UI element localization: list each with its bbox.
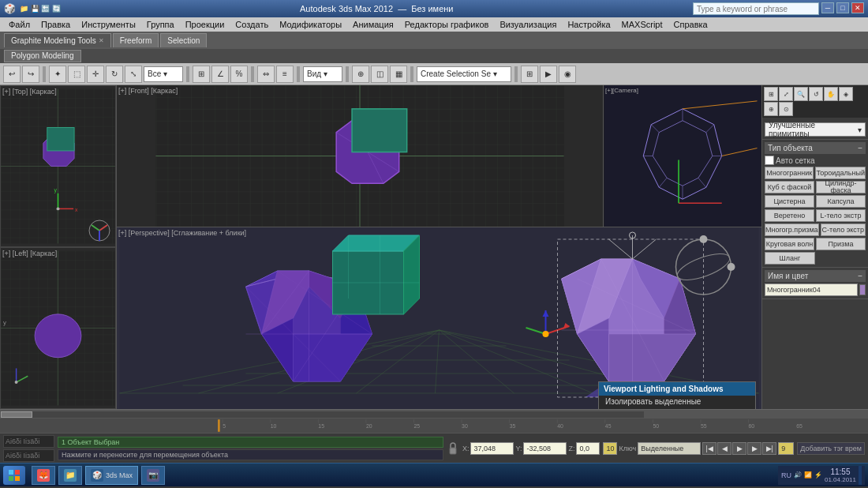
play-button[interactable]: ▶ <box>732 442 746 455</box>
x-coord-field[interactable]: 37,048 <box>470 442 514 455</box>
front-viewport[interactable]: [+] [Front] [Каркас] <box>117 85 604 227</box>
scroll-thumb[interactable] <box>1 411 32 418</box>
y-coord-field[interactable]: -32,508 <box>523 442 567 455</box>
align-button[interactable]: ≡ <box>276 66 294 83</box>
frame-display[interactable]: 10 <box>603 442 617 455</box>
minimize-button[interactable]: ─ <box>821 2 834 13</box>
vp-pan[interactable]: ✋ <box>824 87 838 101</box>
mirror-button[interactable]: ⇔ <box>257 66 275 83</box>
search-input[interactable] <box>693 2 819 15</box>
activeview-render[interactable]: ◉ <box>559 66 576 83</box>
close-button[interactable]: ✕ <box>851 2 864 13</box>
graphite-tab-freeform[interactable]: Freeform <box>113 33 159 47</box>
prev-frame-button[interactable]: ◀ <box>717 442 731 455</box>
auto-grid-checkbox[interactable] <box>765 156 774 165</box>
redo-button[interactable]: ↪ <box>22 66 39 83</box>
taskbar-firefox[interactable]: 🦊 <box>32 466 55 485</box>
btn-hose[interactable]: Шланг <box>765 252 815 265</box>
view-dropdown[interactable]: Вид ▾ <box>303 66 342 82</box>
perspective-viewport[interactable]: [+] [Perspective] [Сглаживание + блики] <box>117 227 761 409</box>
btn-oil-tank[interactable]: Цистерна <box>765 195 814 208</box>
menu-file[interactable]: Файл <box>4 19 35 30</box>
top-viewport[interactable]: [+] [Top] [Каркас] x <box>0 85 116 247</box>
menu-help[interactable]: Справка <box>669 19 713 30</box>
render-setup[interactable]: ⊞ <box>521 66 538 83</box>
btn-polyhedron[interactable]: Многогранник <box>765 167 814 179</box>
btn-empty-7 <box>817 252 866 265</box>
next-frame-button[interactable]: ▶ <box>747 442 761 455</box>
go-to-end-button[interactable]: ▶| <box>762 442 776 455</box>
graphite-tab-close[interactable]: ✕ <box>99 37 104 44</box>
scale-button[interactable]: ⤡ <box>125 66 142 83</box>
btn-toroidal[interactable]: Тороидальный <box>815 167 866 179</box>
taskbar-secondary[interactable]: 📷 <box>141 466 165 485</box>
btn-capsule[interactable]: Капсула <box>816 195 866 208</box>
btn-prism[interactable]: Призма <box>816 238 866 250</box>
menu-customize[interactable]: Настройка <box>563 19 615 30</box>
vp-orbit[interactable]: ↺ <box>809 87 823 101</box>
polygon-modeling-tab[interactable]: Polygon Modeling <box>4 50 81 62</box>
vp-point-of-view[interactable]: ⊙ <box>779 102 793 116</box>
left-viewport[interactable]: [+] [Left] [Каркас] y <box>0 247 116 409</box>
front-viewport-canvas <box>117 85 603 227</box>
vp-zoom[interactable]: 🔍 <box>794 87 808 101</box>
graphite-tab-main[interactable]: Graphite Modeling Tools ✕ <box>4 33 111 47</box>
menu-animation[interactable]: Анимация <box>348 19 398 30</box>
track-view[interactable]: ▦ <box>390 66 407 83</box>
render-button[interactable]: ▶ <box>540 66 557 83</box>
btn-spindle[interactable]: Веретено <box>765 209 814 222</box>
btn-chamferbox[interactable]: Куб с фаской <box>765 181 814 193</box>
percent-snap[interactable]: % <box>230 66 248 83</box>
menu-views[interactable]: Проекции <box>181 19 230 30</box>
menu-graph-editors[interactable]: Редакторы графиков <box>400 19 494 30</box>
menu-modifiers[interactable]: Модификаторы <box>275 19 346 30</box>
select-button[interactable]: ✦ <box>49 66 66 83</box>
move-button[interactable]: ✛ <box>87 66 104 83</box>
object-name-input[interactable] <box>765 283 858 296</box>
vp-fov[interactable]: ◈ <box>839 87 853 101</box>
vp-zoom-extent[interactable]: ⤢ <box>779 87 793 101</box>
vp-walk[interactable]: ⊕ <box>764 102 778 116</box>
btn-gengon[interactable]: Многогр.призма <box>765 223 819 236</box>
undo-button[interactable]: ↩ <box>3 66 21 83</box>
menu-rendering[interactable]: Визуализация <box>495 19 561 30</box>
cm-item-unfreeze-all[interactable]: Разблокировать все <box>599 407 755 409</box>
btn-ringwave[interactable]: Круговая волн <box>765 238 814 250</box>
display-floater[interactable]: ◫ <box>371 66 388 83</box>
name-color-header[interactable]: Имя и цвет − <box>765 270 866 282</box>
filter-dropdown[interactable]: Файл Все ▾ <box>144 66 183 82</box>
timeline-scrollbar[interactable] <box>0 409 868 419</box>
cm-item-isolate[interactable]: Изолировать выделенные <box>599 396 755 407</box>
vp-maximize[interactable]: ⊞ <box>764 87 778 101</box>
named-selection-dropdown[interactable]: Create Selection Se ▾ <box>417 66 511 82</box>
menu-edit[interactable]: Правка <box>36 19 75 30</box>
show-desktop-button[interactable] <box>859 466 862 485</box>
add-key-button[interactable]: Добавить тэг врем <box>797 442 865 455</box>
z-coord-field[interactable]: 0,0 <box>576 442 600 455</box>
maximize-button[interactable]: □ <box>836 2 849 13</box>
frame-number-input[interactable]: 9 <box>778 442 794 455</box>
lock-icon[interactable] <box>447 437 459 460</box>
taskbar-3dsmax[interactable]: 🎲 3ds Max <box>85 466 138 485</box>
go-to-start-button[interactable]: |◀ <box>702 442 716 455</box>
menu-group[interactable]: Группа <box>142 19 179 30</box>
graphite-tab-selection[interactable]: Selection <box>160 33 207 47</box>
btn-chamfercyl[interactable]: Цилиндр-фаска <box>816 181 866 193</box>
key-filter-field[interactable]: Выделенные <box>638 442 701 455</box>
rotate-button[interactable]: ↻ <box>106 66 123 83</box>
taskbar-explorer[interactable]: 📁 <box>58 466 82 485</box>
btn-c-extrude[interactable]: С-тело экстр <box>821 223 866 236</box>
object-type-header[interactable]: Тип объекта − <box>765 142 866 154</box>
snap-toggle[interactable]: ⊞ <box>193 66 210 83</box>
angle-snap[interactable]: ∠ <box>211 66 229 83</box>
object-color-swatch[interactable] <box>859 284 866 295</box>
camera-viewport[interactable]: [+][Camera] <box>604 85 761 227</box>
menu-tools[interactable]: Инструменты <box>77 19 140 30</box>
start-button[interactable] <box>3 466 25 485</box>
btn-l-extrude[interactable]: L-тело экстр <box>816 209 866 222</box>
menu-create[interactable]: Создать <box>230 19 273 30</box>
layer-button[interactable]: ⊕ <box>352 66 369 83</box>
select-region-button[interactable]: ⬚ <box>68 66 85 83</box>
menu-maxscript[interactable]: MAXScript <box>617 19 668 30</box>
primitives-dropdown[interactable]: Улучшенные примитивы ▾ <box>765 122 866 137</box>
